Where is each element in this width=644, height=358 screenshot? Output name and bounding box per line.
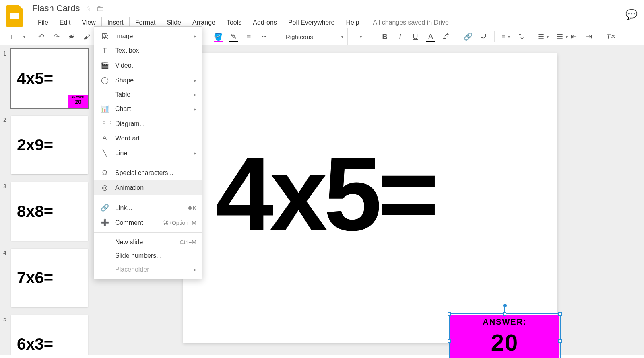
menu-item-icon: ╲ (101, 149, 109, 157)
menu-item-new-slide[interactable]: New slideCtrl+M (94, 235, 202, 249)
save-status[interactable]: All changes saved in Drive (373, 19, 449, 26)
print-button[interactable]: 🖶 (65, 30, 78, 43)
menu-add-ons[interactable]: Add-ons (247, 17, 283, 28)
menu-item-text-box[interactable]: TText box (94, 43, 202, 58)
menu-item-label: Comment (115, 219, 143, 226)
paint-format-button[interactable]: 🖌 (80, 30, 94, 43)
clear-format-button[interactable]: T✕ (604, 30, 618, 43)
slide-thumb[interactable]: 47x6= (3, 249, 93, 307)
slide-thumbnail[interactable]: 8x8= (11, 182, 88, 241)
slide-thumbnail[interactable]: 7x6= (11, 249, 88, 307)
menu-shortcut: ⌘+Option+M (163, 220, 196, 226)
doc-title[interactable]: Flash Cards (32, 3, 80, 14)
slide-number: 1 (3, 49, 11, 108)
bold-button[interactable]: B (378, 30, 392, 43)
chevron-down-icon: ▾ (341, 35, 343, 39)
slide-thumb[interactable]: 14x5=ANSWER:20 (3, 49, 93, 108)
separator (275, 31, 275, 42)
border-color-button[interactable]: ✎ (227, 30, 240, 43)
menu-item-special-characters[interactable]: ΩSpecial characters... (94, 166, 202, 180)
increase-indent-button[interactable]: ⇥ (582, 30, 596, 43)
menu-shortcut: Ctrl+M (180, 239, 196, 245)
insert-menu[interactable]: 🖼Image▸TText box🎬Video...◯Shape▸Table▸📊C… (94, 26, 202, 279)
menu-item-placeholder: Placeholder▸ (94, 263, 202, 276)
slide-main-text[interactable]: 4x5= (215, 134, 435, 254)
undo-button[interactable]: ↶ (34, 30, 48, 43)
menu-item-label: Table (115, 91, 130, 98)
thumb-text: 6x3= (17, 335, 53, 353)
menu-item-icon: ➕ (101, 218, 109, 227)
menu-item-video[interactable]: 🎬Video... (94, 58, 202, 73)
slide-number: 4 (3, 249, 11, 307)
menu-help[interactable]: Help (341, 17, 365, 28)
menu-item-diagram[interactable]: ⋮⋮Diagram... (94, 116, 202, 131)
star-icon[interactable]: ☆ (85, 4, 91, 13)
menu-item-animation[interactable]: ◎Animation (94, 180, 202, 195)
rotate-handle[interactable] (503, 304, 507, 307)
comment-button[interactable]: 🗨 (477, 30, 490, 43)
menu-item-chart[interactable]: 📊Chart▸ (94, 101, 202, 116)
border-dash-button[interactable]: ┄ (257, 30, 271, 43)
menu-item-icon: ◎ (101, 183, 109, 192)
slide-canvas[interactable]: 4x5= ANSWER: 20 (183, 53, 557, 343)
answer-value: 20 (450, 329, 559, 356)
italic-button[interactable]: I (393, 30, 407, 43)
new-slide-button[interactable]: ＋ (5, 30, 19, 43)
submenu-arrow-icon: ▸ (194, 78, 196, 83)
fill-color-button[interactable]: 🪣 (211, 30, 225, 43)
submenu-arrow-icon: ▸ (194, 92, 196, 97)
align-button[interactable]: ≡▾ (499, 30, 512, 43)
menu-item-shape[interactable]: ◯Shape▸ (94, 73, 202, 88)
numbered-list-button[interactable]: ☰▾ (536, 30, 550, 43)
link-button[interactable]: 🔗 (461, 30, 475, 43)
menu-tools[interactable]: Tools (221, 17, 247, 28)
answer-textbox[interactable]: ANSWER: 20 (450, 315, 559, 358)
bulleted-list-button[interactable]: ⋮☰▾ (551, 30, 565, 43)
menu-item-label: New slide (115, 239, 143, 246)
menu-item-icon: ⋮⋮ (101, 119, 109, 128)
menu-item-label: Placeholder (115, 266, 149, 273)
slide-number: 2 (3, 116, 11, 174)
slides-panel[interactable]: 14x5=ANSWER:2022x9=38x8=47x6=56x3= (0, 45, 97, 355)
highlight-button[interactable]: 🖍 (439, 30, 453, 43)
redo-button[interactable]: ↷ (50, 30, 63, 43)
menu-item-word-art[interactable]: AWord art (94, 131, 202, 146)
slide-number: 5 (3, 315, 11, 355)
slide-thumbnail[interactable]: 6x3= (11, 315, 88, 355)
menu-item-line[interactable]: ╲Line▸ (94, 146, 202, 160)
slide-thumbnail[interactable]: 4x5=ANSWER:20 (11, 49, 88, 108)
menu-item-icon: A (101, 134, 109, 142)
menu-item-label: Text box (115, 47, 139, 54)
submenu-arrow-icon: ▸ (194, 106, 196, 112)
slide-thumb[interactable]: 56x3= (3, 315, 93, 355)
menu-item-comment[interactable]: ➕Comment⌘+Option+M (94, 215, 202, 230)
menu-item-image[interactable]: 🖼Image▸ (94, 29, 202, 43)
text-color-button[interactable]: A (424, 30, 438, 43)
border-weight-button[interactable]: ≡ (242, 30, 256, 43)
font-select[interactable]: Righteous ▾ (279, 28, 348, 45)
line-spacing-button[interactable]: ⇅ (514, 30, 528, 43)
menu-poll-everywhere[interactable]: Poll Everywhere (283, 17, 341, 28)
menu-item-slide-numbers[interactable]: Slide numbers... (94, 249, 202, 263)
comments-icon[interactable]: 💬 (625, 9, 638, 20)
menu-item-icon: ◯ (101, 76, 109, 84)
thumb-answer: ANSWER:20 (68, 95, 88, 108)
underline-button[interactable]: U (409, 30, 422, 43)
menu-item-link[interactable]: 🔗Link...⌘K (94, 200, 202, 215)
separator (532, 31, 532, 42)
menu-item-table[interactable]: Table▸ (94, 88, 202, 101)
menu-item-label: Video... (115, 62, 137, 69)
new-slide-dropdown[interactable]: ▾ (20, 30, 26, 43)
separator (494, 31, 495, 42)
thumb-text: 8x8= (17, 202, 53, 220)
slide-thumbnail[interactable]: 2x9= (11, 116, 88, 174)
menu-file[interactable]: File (32, 17, 54, 28)
menu-edit[interactable]: Edit (54, 17, 76, 28)
folder-icon[interactable]: 🗀 (96, 4, 104, 13)
menu-item-label: Slide numbers... (115, 252, 162, 259)
font-size-select[interactable]: ▾ (349, 30, 369, 43)
slide-thumb[interactable]: 38x8= (3, 182, 93, 241)
submenu-arrow-icon: ▸ (194, 33, 196, 39)
slide-thumb[interactable]: 22x9= (3, 116, 93, 174)
decrease-indent-button[interactable]: ⇤ (567, 30, 580, 43)
